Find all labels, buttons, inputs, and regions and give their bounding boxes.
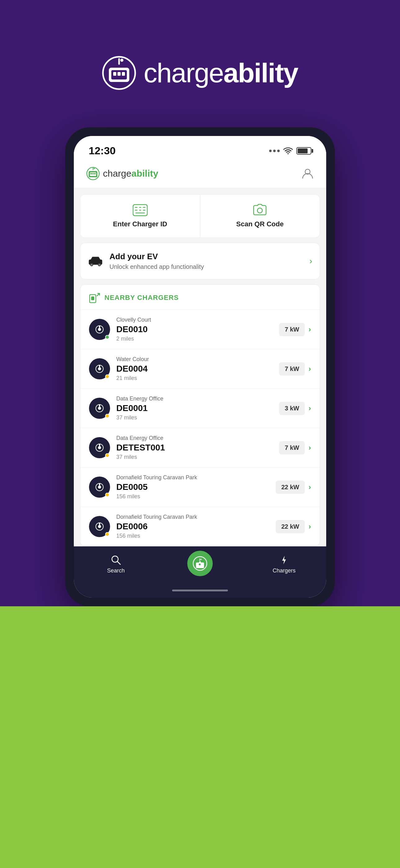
ev-title: Add your EV — [109, 252, 303, 261]
plug-icon — [94, 324, 105, 335]
car-icon — [88, 255, 103, 267]
svg-rect-40 — [99, 365, 100, 367]
svg-rect-48 — [99, 444, 100, 446]
charger-item[interactable]: Water Colour DE0004 21 miles 7 kW › — [80, 349, 320, 389]
battery-icon — [296, 147, 311, 155]
svg-point-39 — [98, 367, 101, 370]
user-icon[interactable] — [301, 167, 314, 180]
svg-rect-56 — [99, 523, 100, 525]
home-indicator — [74, 586, 326, 598]
status-icons — [269, 147, 311, 155]
app-logo-icon — [86, 167, 100, 180]
nearby-chargers-section: NEARBY CHARGERS Clovelly — [80, 284, 320, 547]
svg-point-25 — [257, 208, 262, 213]
charger-location: Clovelly Court — [116, 317, 273, 323]
charger-info: Dornafield Touring Caravan Park DE0006 1… — [116, 514, 269, 539]
dot-2 — [273, 150, 276, 152]
enter-charger-id-button[interactable]: Enter Charger ID — [80, 195, 200, 238]
charger-id: DE0006 — [116, 522, 269, 531]
charger-item[interactable]: Clovelly Court DE0010 2 miles 7 kW › — [80, 310, 320, 349]
scan-qr-button[interactable]: Scan QR Code — [200, 195, 320, 238]
svg-rect-4 — [118, 72, 121, 76]
charger-chevron: › — [308, 404, 311, 412]
status-indicator — [105, 374, 109, 379]
scan-qr-label: Scan QR Code — [236, 220, 284, 228]
svg-rect-32 — [91, 297, 94, 300]
charger-power: 7 kW › — [279, 323, 311, 336]
header-area: chargeability — [0, 0, 400, 127]
svg-rect-44 — [99, 404, 100, 407]
svg-rect-36 — [99, 326, 100, 328]
status-bar: 12:30 — [74, 136, 326, 160]
action-buttons: Enter Charger ID Scan QR Code — [80, 194, 320, 238]
home-nav-icon — [192, 556, 208, 571]
charger-item[interactable]: Dornafield Touring Caravan Park DE0006 1… — [80, 507, 320, 546]
app-header: chargeability — [74, 160, 326, 188]
charger-avatar — [89, 358, 110, 379]
charger-distance: 2 miles — [116, 336, 273, 342]
status-indicator — [105, 532, 109, 536]
charger-power: 7 kW › — [279, 362, 311, 376]
charger-power: 7 kW › — [279, 441, 311, 455]
charger-id: DE0004 — [116, 364, 273, 374]
charger-location: Dornafield Touring Caravan Park — [116, 514, 269, 520]
status-indicator — [105, 453, 109, 458]
charger-location: Data Energy Office — [116, 396, 273, 402]
status-time: 12:30 — [89, 145, 116, 157]
charger-avatar — [89, 476, 110, 498]
power-badge: 7 kW — [279, 441, 305, 455]
dot-3 — [277, 150, 280, 152]
app-logo-text: chargeability — [103, 168, 158, 179]
ev-subtitle: Unlock enhanced app functionality — [109, 263, 303, 270]
chargers-nav-icon — [278, 554, 290, 566]
charger-distance: 156 miles — [116, 493, 269, 500]
phone-screen: 12:30 — [74, 136, 326, 598]
signal-dots — [269, 150, 280, 152]
svg-rect-12 — [92, 173, 94, 175]
brand-logo: chargeability — [102, 56, 298, 90]
svg-rect-52 — [99, 483, 100, 486]
charger-power: 3 kW › — [279, 402, 311, 415]
phone-mockup: 12:30 — [65, 127, 335, 606]
search-nav-label: Search — [107, 567, 125, 574]
svg-point-47 — [98, 446, 101, 449]
svg-rect-13 — [94, 173, 96, 175]
charger-chevron: › — [308, 365, 311, 373]
dot-1 — [269, 150, 272, 152]
wifi-icon — [284, 147, 293, 155]
charger-item[interactable]: Dornafield Touring Caravan Park DE0005 1… — [80, 467, 320, 507]
charger-info: Data Energy Office DETEST001 37 miles — [116, 435, 273, 460]
search-nav-icon — [110, 554, 122, 566]
power-badge: 3 kW — [279, 402, 305, 415]
power-badge: 7 kW — [279, 323, 305, 336]
charger-avatar — [89, 516, 110, 537]
plug-icon — [94, 521, 105, 532]
ev-chevron-right: › — [309, 256, 312, 266]
home-nav-button[interactable] — [186, 550, 214, 578]
plug-icon — [94, 403, 105, 414]
nav-search[interactable]: Search — [74, 551, 158, 577]
charger-id: DE0010 — [116, 324, 273, 334]
add-ev-banner[interactable]: Add your EV Unlock enhanced app function… — [80, 243, 320, 279]
ev-text: Add your EV Unlock enhanced app function… — [109, 252, 303, 270]
camera-icon — [253, 204, 267, 216]
nav-chargers[interactable]: Chargers — [242, 551, 326, 577]
plug-icon — [94, 442, 105, 453]
charger-avatar — [89, 319, 110, 340]
logo-icon — [102, 56, 136, 90]
svg-point-29 — [91, 264, 92, 266]
svg-point-51 — [98, 486, 101, 489]
charger-info: Water Colour DE0004 21 miles — [116, 356, 273, 381]
charger-item[interactable]: Data Energy Office DE0001 37 miles 3 kW … — [80, 389, 320, 428]
chargers-nav-label: Chargers — [272, 567, 296, 574]
svg-point-61 — [199, 563, 201, 565]
charger-id: DE0001 — [116, 403, 273, 413]
svg-line-58 — [117, 561, 120, 564]
nearby-header: NEARBY CHARGERS — [80, 285, 320, 310]
charger-item[interactable]: Data Energy Office DETEST001 37 miles 7 … — [80, 428, 320, 467]
logo-text: chargeability — [143, 57, 298, 89]
status-indicator — [105, 335, 109, 339]
charger-info: Dornafield Touring Caravan Park DE0005 1… — [116, 474, 269, 500]
svg-point-30 — [99, 264, 100, 266]
bottom-nav: Search Chargers — [74, 547, 326, 586]
